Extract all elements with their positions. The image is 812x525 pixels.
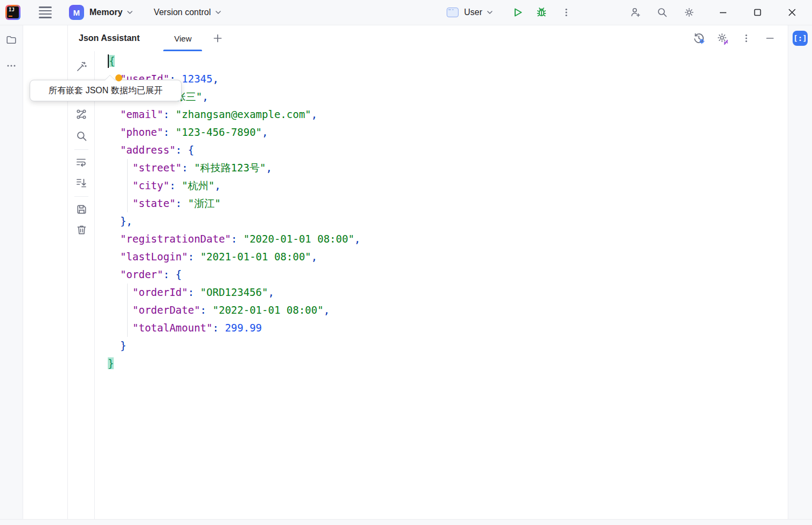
history-settings-icon xyxy=(692,32,705,45)
search-json-button[interactable] xyxy=(74,128,89,143)
kebab-menu-icon xyxy=(741,33,751,43)
chevron-down-icon xyxy=(126,8,134,17)
debug-button[interactable] xyxy=(534,5,549,20)
code-line: "email": "zhangsan@example.com", xyxy=(108,106,788,123)
json-editor[interactable]: { "userId": 12345, "name": "张三", "email"… xyxy=(95,51,788,519)
maximize-window-button[interactable] xyxy=(749,4,766,20)
code-line: "name": "张三", xyxy=(108,88,788,106)
soft-wrap-button[interactable] xyxy=(74,155,89,170)
trash-icon xyxy=(75,224,88,236)
json-toolbar xyxy=(68,51,95,519)
search-icon xyxy=(656,6,668,18)
code-line: "registrationDate": "2020-01-01 08:00", xyxy=(108,230,788,248)
code-lines: { "userId": 12345, "name": "张三", "email"… xyxy=(95,51,788,372)
code-line: "phone": "123-456-7890", xyxy=(108,123,788,141)
code-line: "address": { xyxy=(108,141,788,159)
code-line: "lastLogin": "2021-01-01 08:00", xyxy=(108,248,788,266)
indent-guide xyxy=(127,159,128,212)
run-config-window-icon xyxy=(447,8,459,17)
tab-view[interactable]: View xyxy=(163,25,202,51)
main-menu-icon[interactable] xyxy=(39,6,52,18)
ellipsis-icon xyxy=(6,60,17,71)
run-button[interactable] xyxy=(510,5,525,20)
vcs-widget[interactable]: Version control xyxy=(154,8,223,17)
bug-icon xyxy=(535,6,548,19)
code-line: "orderId": "ORD123456", xyxy=(108,284,788,301)
left-tool-stripe xyxy=(0,25,23,519)
kebab-menu-icon xyxy=(561,8,571,17)
tool-window-header: Json Assistant View xyxy=(68,25,788,51)
code-line: }, xyxy=(108,212,788,230)
code-line: "state": "浙江" xyxy=(108,195,788,212)
minimize-icon xyxy=(765,33,775,43)
history-settings-button[interactable] xyxy=(691,30,707,46)
code-line: "street": "科技路123号", xyxy=(108,159,788,177)
settings-button[interactable] xyxy=(682,5,697,20)
clear-button[interactable] xyxy=(74,222,89,237)
title-bar: IJ M Memory Version control User xyxy=(0,0,812,25)
ide-window: IJ M Memory Version control User xyxy=(0,0,812,525)
status-bar xyxy=(0,519,812,525)
soft-wrap-icon xyxy=(75,156,88,169)
code-line: "orderDate": "2022-01-01 08:00", xyxy=(108,301,788,319)
project-badge: M xyxy=(69,5,84,20)
run-config-name: User xyxy=(464,8,482,17)
more-actions-button[interactable] xyxy=(559,5,574,20)
code-line: } xyxy=(108,337,788,355)
maximize-icon xyxy=(753,8,762,17)
scroll-to-end-button[interactable] xyxy=(74,175,89,190)
tool-window-options-button[interactable] xyxy=(738,30,754,46)
close-icon xyxy=(787,8,797,17)
beautify-button[interactable] xyxy=(74,59,89,74)
code-line: "userId": 12345, xyxy=(108,70,788,88)
toolbar-divider xyxy=(74,149,88,150)
tab-label: View xyxy=(174,34,191,43)
project-tool-window-button[interactable] xyxy=(3,32,19,48)
tool-window-title: Json Assistant xyxy=(79,33,140,43)
search-icon xyxy=(75,130,88,142)
close-window-button[interactable] xyxy=(784,4,800,20)
magic-wand-icon xyxy=(75,60,88,73)
run-configuration-selector[interactable]: User xyxy=(447,8,494,17)
more-tool-windows-button[interactable] xyxy=(3,58,19,74)
append-lines-icon xyxy=(75,176,88,189)
project-widget[interactable]: M Memory xyxy=(69,5,134,20)
code-line: "city": "杭州", xyxy=(108,177,788,195)
json-assistant-stripe-button[interactable]: [:] xyxy=(793,31,808,46)
gear-icon xyxy=(683,6,695,18)
folder-icon xyxy=(5,34,17,46)
plugin-settings-button[interactable] xyxy=(714,30,731,46)
code-with-me-button[interactable] xyxy=(628,5,643,20)
gear-sync-icon xyxy=(716,32,729,45)
search-everywhere-button[interactable] xyxy=(655,5,670,20)
structure-button[interactable] xyxy=(74,107,89,122)
project-name: Memory xyxy=(89,8,122,17)
minimize-window-button[interactable] xyxy=(715,4,731,20)
json-assistant-icon: [:] xyxy=(793,34,807,43)
new-tab-button[interactable] xyxy=(210,30,226,46)
app-logo-icon: IJ xyxy=(5,5,20,20)
right-tool-stripe: [:] xyxy=(788,25,812,519)
code-line: { xyxy=(108,52,788,70)
modified-indicator-dot xyxy=(115,74,122,81)
code-line: "totalAmount": 299.99 xyxy=(108,319,788,337)
code-line: } xyxy=(108,355,788,372)
save-button[interactable] xyxy=(74,202,89,217)
chevron-down-icon xyxy=(214,8,223,17)
plus-icon xyxy=(212,33,223,44)
indent-guide xyxy=(127,284,128,337)
chevron-down-icon xyxy=(485,8,494,17)
toolbar-divider xyxy=(74,196,88,197)
vcs-label: Version control xyxy=(154,8,211,17)
hide-tool-window-button[interactable] xyxy=(762,30,778,46)
tooltip: 所有嵌套 JSON 数据均已展开 xyxy=(30,80,182,101)
play-icon xyxy=(512,6,524,18)
save-icon xyxy=(75,203,88,216)
add-user-icon xyxy=(629,6,641,18)
minimize-icon xyxy=(718,8,728,17)
node-graph-icon xyxy=(75,108,88,121)
code-line: "order": { xyxy=(108,266,788,284)
tooltip-text: 所有嵌套 JSON 数据均已展开 xyxy=(48,85,163,96)
